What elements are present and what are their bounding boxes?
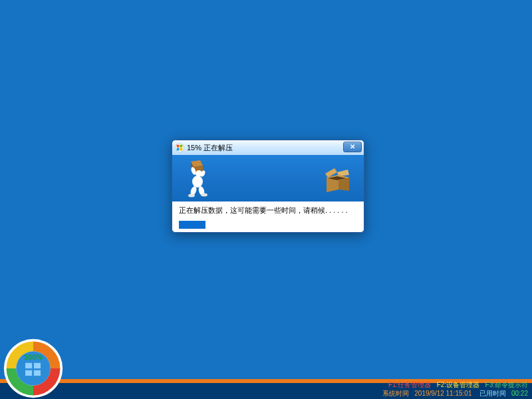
svg-point-14 [188, 194, 195, 198]
svg-point-9 [192, 176, 203, 188]
dialog-title-text: 正在解压 [203, 143, 233, 153]
svg-point-0 [175, 143, 184, 152]
svg-rect-3 [177, 148, 180, 150]
dialog-titlebar: 15% 正在解压 ✕ [172, 140, 364, 155]
f1-hint: F1:任务管理器 [388, 381, 431, 388]
close-button[interactable]: ✕ [343, 142, 362, 152]
svg-point-15 [201, 194, 207, 197]
system-time-label: 系统时间 [382, 390, 409, 397]
status-text: F1:任务管理器 F2:设备管理器 F3:命令提示符 系统时间 2019/9/1… [382, 380, 528, 398]
svg-rect-4 [180, 148, 182, 150]
svg-rect-25 [25, 363, 32, 368]
extract-dialog: 15% 正在解压 ✕ [172, 140, 364, 233]
extract-message: 正在解压数据，这可能需要一些时间，请稍候. . . . . . [179, 205, 357, 215]
dialog-status-area: 正在解压数据，这可能需要一些时间，请稍候. . . . . . [172, 201, 364, 233]
f3-hint: F3:命令提示符 [485, 381, 528, 388]
dialog-title-percent: 15% [187, 144, 201, 152]
carrier-figure-icon [184, 159, 212, 198]
system-time-value: 2019/9/12 11:15:01 [414, 390, 471, 397]
svg-rect-27 [25, 370, 32, 376]
svg-rect-2 [180, 145, 182, 148]
function-keys-line: F1:任务管理器 F2:设备管理器 F3:命令提示符 [382, 380, 528, 389]
open-box-icon [321, 167, 352, 194]
svg-rect-26 [34, 363, 41, 368]
progress-fill [179, 221, 205, 229]
f2-hint: F2:设备管理器 [437, 381, 479, 388]
badge-percent-text: 100% [24, 353, 43, 361]
progress-badge: 100% [3, 338, 64, 399]
elapsed-value: 00:22 [511, 390, 528, 397]
windows-flag-icon [175, 143, 184, 152]
time-line: 系统时间 2019/9/12 11:15:01 已用时间 00:22 [382, 389, 528, 398]
dialog-illustration-area [172, 155, 364, 201]
progress-bar [179, 221, 357, 229]
elapsed-label: 已用时间 [479, 390, 506, 397]
close-icon: ✕ [350, 144, 355, 150]
svg-rect-1 [177, 145, 180, 148]
svg-rect-28 [34, 370, 41, 376]
